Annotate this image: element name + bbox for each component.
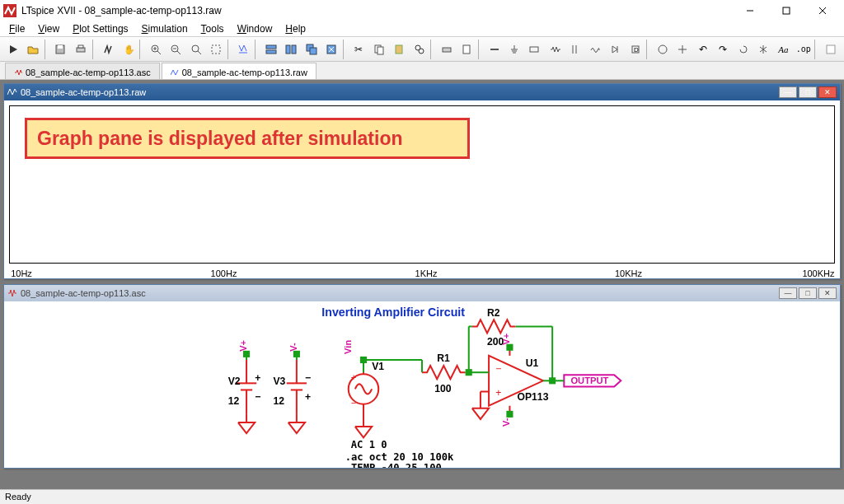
waveform-window[interactable]: 08_sample-ac-temp-op113.raw ― □ ✕ Graph … (3, 83, 841, 279)
move-icon[interactable] (653, 40, 672, 59)
svg-rect-21 (286, 45, 290, 54)
diode-icon[interactable] (605, 40, 624, 59)
svg-text:−: − (495, 363, 501, 375)
halt-icon[interactable]: ✋ (119, 40, 138, 59)
annotation-text: Graph pane is displayed after simulation (37, 128, 403, 150)
plot-frame[interactable]: Graph pane is displayed after simulation (9, 105, 835, 264)
run-sim-icon[interactable] (98, 40, 117, 59)
mdi-client-area: 08_sample-ac-temp-op113.raw ― □ ✕ Graph … (0, 80, 844, 489)
copy-icon[interactable] (369, 40, 388, 59)
child-close-button[interactable]: ✕ (818, 86, 837, 98)
xtick: 1KHz (415, 268, 438, 278)
svg-marker-3 (10, 45, 17, 54)
svg-rect-6 (77, 48, 85, 52)
run-icon[interactable] (3, 40, 22, 59)
svg-text:12: 12 (273, 395, 284, 407)
child-maximize-button[interactable]: □ (799, 287, 817, 299)
menu-tools[interactable]: Tools (195, 22, 230, 35)
menu-view[interactable]: View (32, 22, 65, 35)
text-icon[interactable]: Aa (774, 40, 793, 59)
cascade-icon[interactable] (302, 40, 321, 59)
net-output-flag[interactable]: OUTPUT (564, 375, 621, 386)
tab-waveform[interactable]: 08_sample-ac-temp-op113.raw (162, 63, 316, 79)
tab-schematic[interactable]: 08_sample-ac-temp-op113.asc (5, 63, 160, 79)
component-v2[interactable]: V2 12 + − (228, 360, 261, 414)
menu-simulation[interactable]: Simulation (136, 22, 194, 35)
menu-file[interactable]: File (3, 22, 30, 35)
spice-dir-icon[interactable]: .op (794, 40, 813, 59)
search-icon[interactable] (410, 40, 429, 59)
zoom-out-icon[interactable] (166, 40, 185, 59)
inductor-icon[interactable] (585, 40, 604, 59)
close-all-icon[interactable] (321, 40, 340, 59)
pick-color-icon[interactable] (821, 40, 840, 59)
menu-help[interactable]: Help (279, 22, 312, 35)
drag-icon[interactable] (673, 40, 692, 59)
tile-v-icon[interactable] (281, 40, 300, 59)
ground-icon[interactable] (504, 40, 523, 59)
save-icon[interactable] (51, 40, 70, 59)
label-net-icon[interactable] (525, 40, 544, 59)
svg-text:V+: V+ (238, 339, 248, 351)
child-close-button[interactable]: ✕ (818, 287, 837, 299)
waveform-body[interactable]: Graph pane is displayed after simulation… (4, 100, 840, 278)
zoom-area-icon[interactable] (206, 40, 225, 59)
tile-h-icon[interactable] (261, 40, 280, 59)
child-minimize-button[interactable]: ― (779, 86, 797, 98)
svg-rect-7 (78, 45, 83, 48)
svg-text:Vin: Vin (343, 340, 353, 354)
window-minimize-button[interactable] (732, 0, 768, 21)
svg-line-14 (177, 51, 181, 54)
svg-text:OP113: OP113 (518, 391, 549, 403)
waveform-titlebar[interactable]: 08_sample-ac-temp-op113.raw ― □ ✕ (4, 84, 840, 100)
svg-text:R2: R2 (487, 307, 500, 319)
svg-text:+: + (305, 391, 311, 403)
window-close-button[interactable] (804, 0, 841, 21)
child-maximize-button[interactable]: □ (799, 86, 817, 98)
schematic-window[interactable]: 08_sample-ac-temp-op113.asc ― □ ✕ V2 (3, 284, 841, 469)
component-u1[interactable]: − + U1 OP113 (489, 348, 549, 414)
mirror-icon[interactable] (753, 40, 772, 59)
component-v3[interactable]: V3 12 − + (273, 360, 311, 414)
svg-text:V1: V1 (372, 361, 384, 372)
svg-rect-103 (507, 412, 512, 417)
menu-plot-settings[interactable]: Plot Settings (67, 22, 134, 35)
redo-icon[interactable]: ↷ (713, 40, 732, 59)
svg-text:V2: V2 (228, 376, 241, 387)
open-icon[interactable] (23, 40, 42, 59)
spice-directive[interactable]: .TEMP -40 25 100 (345, 462, 442, 468)
autorange-icon[interactable] (234, 40, 253, 59)
rotate-icon[interactable] (734, 40, 753, 59)
spice-directive[interactable]: .ac oct 20 10 100k (345, 451, 454, 463)
draw-wire-icon[interactable] (485, 40, 504, 59)
component-v1[interactable]: V1 + − (349, 360, 384, 422)
svg-rect-24 (310, 48, 316, 54)
zoom-in-icon[interactable] (146, 40, 165, 59)
svg-rect-37 (827, 45, 835, 54)
print-icon[interactable] (71, 40, 90, 59)
tab-label: 08_sample-ac-temp-op113.asc (26, 68, 151, 77)
setup-icon[interactable] (457, 40, 476, 59)
main-toolbar: ✋ ✂ D ↶ ↷ Aa .op (0, 37, 844, 62)
print2-icon[interactable] (437, 40, 456, 59)
svg-text:−: − (255, 391, 260, 403)
paste-icon[interactable] (389, 40, 408, 59)
cut-icon[interactable]: ✂ (349, 40, 368, 59)
zoom-fit-icon[interactable] (186, 40, 205, 59)
svg-rect-98 (244, 352, 249, 357)
window-maximize-button[interactable] (768, 0, 804, 21)
capacitor-icon[interactable] (565, 40, 584, 59)
schematic-canvas[interactable]: V2 12 + − V3 12 − + (4, 301, 840, 468)
resistor-icon[interactable] (545, 40, 564, 59)
svg-text:V-: V- (288, 343, 298, 352)
component-icon[interactable]: D (626, 40, 645, 59)
schematic-svg: V2 12 + − V3 12 − + (4, 301, 840, 468)
schematic-icon (7, 288, 17, 298)
schematic-heading: Inverting Amplifier Circuit (321, 306, 465, 319)
schematic-titlebar[interactable]: 08_sample-ac-temp-op113.asc ― □ ✕ (4, 285, 840, 301)
menu-bar: File View Plot Settings Simulation Tools… (0, 21, 844, 37)
component-r1[interactable]: R1 100 (422, 352, 466, 394)
child-minimize-button[interactable]: ― (779, 287, 797, 299)
undo-icon[interactable]: ↶ (693, 40, 712, 59)
menu-window[interactable]: Window (232, 22, 279, 35)
